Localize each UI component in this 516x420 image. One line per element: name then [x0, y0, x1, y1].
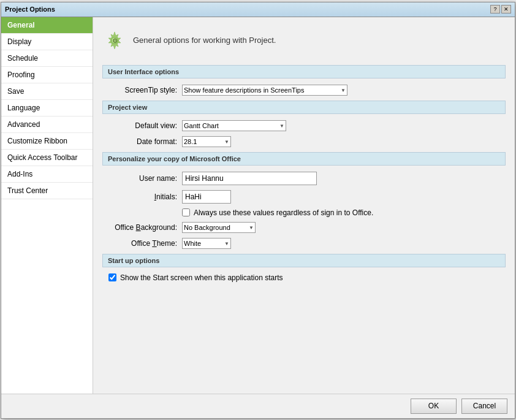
dialog-footer: OK Cancel: [1, 394, 515, 418]
show-start-label: Show the Start screen when this applicat…: [120, 273, 283, 282]
user-name-input[interactable]: [182, 172, 317, 185]
general-icon: ⚙: [102, 28, 127, 53]
title-bar-controls: ? ✕: [490, 5, 511, 13]
screentip-row: ScreenTip style: Show feature descriptio…: [102, 85, 506, 96]
initials-row: Initials:: [102, 190, 506, 204]
user-name-label: User name:: [108, 174, 182, 183]
sidebar-item-quick-access[interactable]: Quick Access Toolbar: [1, 150, 93, 166]
office-background-select-wrapper: No Background Circles and Stripes Tree R…: [182, 222, 256, 233]
svg-text:⚙: ⚙: [112, 37, 118, 44]
always-use-label: Always use these values regardless of si…: [194, 208, 373, 217]
sidebar-item-save[interactable]: Save: [1, 83, 93, 100]
date-format-select-wrapper: 28.1 1/28 1/28/15 Jan 28 '15 28 Jan '15: [182, 136, 231, 147]
dialog-title: Project Options: [5, 6, 55, 13]
ok-button[interactable]: OK: [411, 399, 457, 414]
title-bar: Project Options ? ✕: [1, 2, 515, 17]
help-button[interactable]: ?: [490, 5, 500, 13]
sidebar: General Display Schedule Proofing Save L…: [1, 17, 93, 394]
default-view-select-wrapper: Gantt Chart Network Diagram Calendar Tas…: [182, 120, 286, 131]
office-theme-select-wrapper: White Light Gray Dark Gray: [182, 238, 231, 249]
dialog-body: General Display Schedule Proofing Save L…: [1, 17, 515, 394]
sidebar-item-customize-ribbon[interactable]: Customize Ribbon: [1, 133, 93, 150]
show-start-checkbox[interactable]: [108, 273, 116, 281]
initials-label-i-underline: Initials:: [154, 193, 177, 201]
personalize-section-header: Personalize your copy of Microsoft Offic…: [102, 152, 506, 166]
screentip-label: ScreenTip style:: [108, 86, 182, 94]
startup-section-header: Start up options: [102, 254, 506, 267]
sidebar-item-general[interactable]: General: [1, 17, 93, 34]
date-format-row: Date format: 28.1 1/28 1/28/15 Jan 28 '1…: [102, 136, 506, 147]
initials-input[interactable]: [182, 190, 231, 204]
header-area: ⚙ General options for working with Proje…: [102, 23, 506, 58]
always-use-checkbox[interactable]: [182, 208, 190, 216]
sidebar-item-language[interactable]: Language: [1, 100, 93, 116]
sidebar-item-advanced[interactable]: Advanced: [1, 116, 93, 133]
sidebar-item-trust-center[interactable]: Trust Center: [1, 183, 93, 199]
screentip-select-wrapper: Show feature descriptions in ScreenTips …: [182, 85, 347, 96]
office-theme-label: Office Theme:: [108, 239, 182, 248]
main-content: ⚙ General options for working with Proje…: [93, 17, 515, 394]
default-view-row: Default view: Gantt Chart Network Diagra…: [102, 120, 506, 131]
sidebar-item-schedule[interactable]: Schedule: [1, 50, 93, 67]
default-view-select[interactable]: Gantt Chart Network Diagram Calendar Tas…: [182, 120, 286, 131]
project-options-dialog: Project Options ? ✕ General Display Sche…: [1, 2, 515, 419]
user-name-row: User name:: [102, 172, 506, 185]
initials-label: Initials:: [108, 193, 182, 201]
always-use-row: Always use these values regardless of si…: [102, 208, 506, 217]
date-format-label: Date format:: [108, 137, 182, 146]
office-background-row: Office Background: No Background Circles…: [102, 222, 506, 233]
date-format-select[interactable]: 28.1 1/28 1/28/15 Jan 28 '15 28 Jan '15: [182, 136, 231, 147]
sidebar-item-add-ins[interactable]: Add-Ins: [1, 166, 93, 183]
project-view-section-header: Project view: [102, 101, 506, 114]
office-theme-select[interactable]: White Light Gray Dark Gray: [182, 238, 231, 249]
sidebar-item-display[interactable]: Display: [1, 34, 93, 50]
header-title: General options for working with Project…: [133, 36, 276, 45]
screentip-select[interactable]: Show feature descriptions in ScreenTips …: [182, 85, 347, 96]
close-button[interactable]: ✕: [501, 5, 511, 13]
user-interface-section-header: User Interface options: [102, 65, 506, 78]
office-background-select[interactable]: No Background Circles and Stripes Tree R…: [182, 222, 256, 233]
office-theme-row: Office Theme: White Light Gray Dark Gray: [102, 238, 506, 249]
office-background-label: Office Background:: [108, 223, 182, 232]
default-view-label: Default view:: [108, 121, 182, 130]
sidebar-item-proofing[interactable]: Proofing: [1, 67, 93, 83]
cancel-button[interactable]: Cancel: [461, 399, 507, 414]
show-start-row: Show the Start screen when this applicat…: [102, 273, 506, 282]
